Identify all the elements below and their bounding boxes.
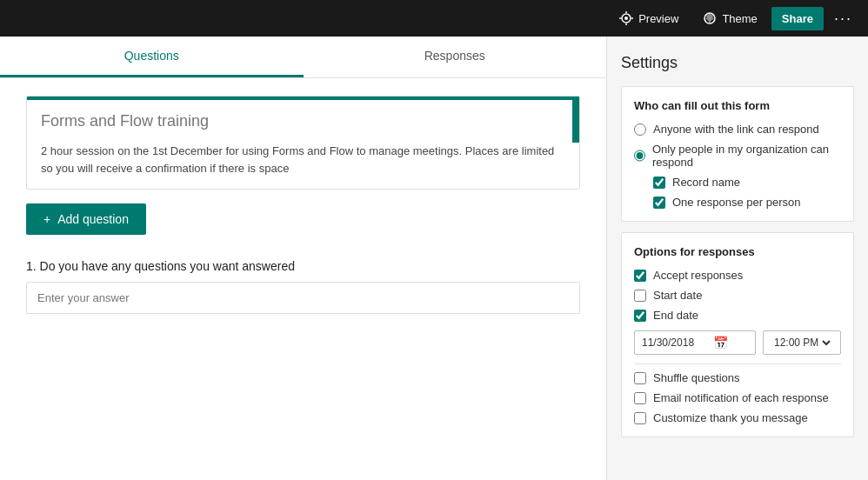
org-radio-item: Only people in my organization can respo… [634,143,841,169]
customize-thanks-item: Customize thank you message [634,411,841,424]
left-panel: Questions Responses 2 hour session on th… [0,37,607,480]
preview-icon [619,11,633,25]
main-layout: Questions Responses 2 hour session on th… [0,37,868,480]
share-label: Share [782,12,813,25]
form-title-accent [572,100,579,143]
theme-button[interactable]: Theme [692,6,767,30]
accept-responses-label: Accept responses [653,269,743,282]
question-label-1: 1. Do you have any questions you want an… [26,259,580,273]
date-time-row: 📅 12:00 PM 12:30 PM 1:00 PM [634,330,841,355]
anyone-label: Anyone with the link can respond [653,123,819,136]
org-label: Only people in my organization can respo… [652,143,841,169]
end-date-checkbox[interactable] [634,310,646,322]
accept-responses-item: Accept responses [634,269,841,282]
end-date-item: End date [634,309,841,322]
who-can-fill-section: Who can fill out this form Anyone with t… [621,86,854,222]
time-select[interactable]: 12:00 PM 12:30 PM 1:00 PM [771,336,833,350]
email-notification-checkbox[interactable] [634,392,646,404]
end-date-label: End date [653,309,698,322]
tab-questions[interactable]: Questions [0,37,304,77]
add-question-button[interactable]: + Add question [26,203,146,235]
shuffle-questions-checkbox[interactable] [634,372,646,384]
settings-title: Settings [621,54,854,72]
theme-icon [703,11,717,25]
sub-options: Record name One response per person [653,176,841,209]
who-section-title: Who can fill out this form [634,99,841,112]
form-title-input[interactable] [27,100,572,143]
date-input-wrapper: 📅 [634,330,756,355]
shuffle-questions-label: Shuffle questions [653,371,740,384]
email-notification-label: Email notification of each response [653,391,829,404]
email-notification-item: Email notification of each response [634,391,841,404]
record-name-label: Record name [672,176,740,189]
one-response-label: One response per person [672,196,800,209]
question-answer-input-1[interactable] [26,282,580,314]
tab-responses[interactable]: Responses [304,37,607,77]
more-options-button[interactable]: ··· [827,4,859,33]
question-item-1: 1. Do you have any questions you want an… [26,259,580,314]
customize-thanks-label: Customize thank you message [653,411,808,424]
form-description: 2 hour session on the 1st December for u… [27,143,579,189]
time-select-wrapper: 12:00 PM 12:30 PM 1:00 PM [763,330,841,355]
preview-label: Preview [638,12,678,25]
preview-button[interactable]: Preview [609,6,689,30]
record-name-checkbox-item: Record name [653,176,841,189]
anyone-radio[interactable] [634,123,646,136]
svg-point-1 [624,17,628,20]
customize-thanks-checkbox[interactable] [634,412,646,424]
tab-bar: Questions Responses [0,37,606,78]
form-title-card: 2 hour session on the 1st December for u… [26,96,580,190]
responses-options-section: Options for responses Accept responses S… [621,232,854,437]
record-name-checkbox[interactable] [653,177,665,189]
start-date-checkbox[interactable] [634,290,646,302]
anyone-radio-item: Anyone with the link can respond [634,123,841,136]
add-question-icon: + [43,212,50,226]
topbar: Preview Theme Share ··· [0,0,868,37]
start-date-label: Start date [653,289,702,302]
more-options-icon: ··· [834,10,852,27]
shuffle-questions-item: Shuffle questions [634,371,841,384]
right-panel: Settings Who can fill out this form Anyo… [607,37,868,480]
one-response-checkbox[interactable] [653,197,665,209]
end-date-input[interactable] [642,337,708,349]
share-button[interactable]: Share [771,7,824,30]
theme-label: Theme [722,12,757,25]
start-date-item: Start date [634,289,841,302]
one-response-checkbox-item: One response per person [653,196,841,209]
divider [634,363,841,364]
add-question-label: Add question [57,212,129,226]
accept-responses-checkbox[interactable] [634,270,646,282]
calendar-icon: 📅 [713,336,728,350]
responses-section-title: Options for responses [634,245,841,258]
form-content: 2 hour session on the 1st December for u… [0,78,606,480]
org-radio[interactable] [634,150,645,162]
